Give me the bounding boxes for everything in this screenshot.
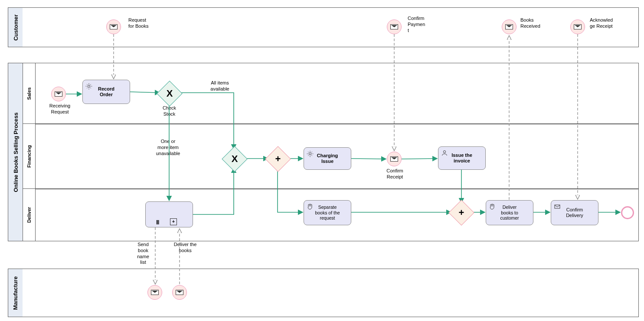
envelope-icon	[151, 290, 159, 295]
flow-label-unavailable: One ormore itemunavailable	[152, 139, 184, 156]
hand-icon	[489, 203, 496, 210]
lane-label: Sales	[26, 88, 32, 100]
svg-point-0	[443, 151, 445, 153]
event-label: Acknowledge Receipt	[590, 17, 620, 29]
start-event-receiving-request	[51, 87, 66, 101]
envelope-icon	[390, 156, 398, 162]
task-confirm-delivery[interactable]: ConfirmDelivery	[551, 200, 598, 225]
task-charging-issue[interactable]: ChargingIssue	[304, 147, 351, 170]
task-separate-books[interactable]: Separatebooks of therequest	[304, 200, 351, 225]
message-event-manufacture-send	[172, 285, 187, 300]
pool-header-process: Online Books Selling Process	[8, 63, 23, 241]
pool-body-manufacture	[23, 269, 639, 317]
task-label: RecordOrder	[97, 84, 115, 99]
message-event-books-received	[502, 19, 517, 34]
user-icon	[441, 149, 448, 156]
end-event	[621, 206, 634, 219]
event-label: ConfirmPayment	[408, 16, 432, 33]
pool-header-manufacture: Manufacture	[8, 269, 23, 317]
task-record-order[interactable]: RecordOrder	[82, 80, 130, 104]
task-issue-invoice[interactable]: Issue theinvoice	[438, 146, 486, 170]
annotation-deliver-books: Deliver thebooks	[170, 242, 200, 254]
task-label: Issue theinvoice	[451, 151, 473, 165]
envelope-icon	[55, 91, 62, 97]
pool-label: Manufacture	[13, 276, 19, 309]
task-label: ChargingIssue	[316, 151, 339, 166]
subprocess-marker-icon: +	[170, 218, 177, 225]
annotation-send-book-list: Sendbooknamelist	[134, 242, 152, 266]
message-event-confirm-payment	[387, 19, 402, 34]
task-label: Separatebooks of therequest	[314, 203, 340, 223]
parallel-marker-icon: |||	[156, 219, 159, 224]
pool-header-customer: Customer	[8, 7, 23, 47]
message-event-request-books	[106, 19, 121, 34]
envelope-icon	[574, 24, 582, 29]
svg-rect-1	[555, 205, 560, 208]
gateway-label: CheckStock	[157, 105, 181, 117]
lane-header-financing: Financing	[23, 123, 36, 189]
lane-header-deliver: Deliver	[23, 188, 36, 241]
task-subprocess-deliver[interactable]: ||| +	[145, 201, 193, 227]
envelope-icon	[390, 24, 398, 29]
lane-label: Financing	[26, 145, 32, 168]
envelope-icon	[110, 24, 118, 29]
intermediate-event-confirm-receipt	[387, 152, 402, 166]
lane-label: Deliver	[26, 207, 32, 223]
gear-icon	[307, 150, 314, 157]
hand-icon	[307, 203, 314, 210]
message-event-ack-receipt	[570, 19, 585, 34]
task-label: Deliverbooks tocustomer	[499, 203, 520, 223]
task-deliver-books[interactable]: Deliverbooks tocustomer	[486, 200, 533, 225]
gear-icon	[85, 83, 92, 90]
lane-header-sales: Sales	[23, 63, 36, 124]
event-label: Requestfor Books	[128, 17, 159, 29]
message-event-manufacture-receive	[147, 285, 162, 300]
envelope-icon	[176, 290, 183, 295]
event-label: BooksReceived	[520, 17, 546, 29]
pool-label: Online Books Selling Process	[13, 112, 19, 192]
pool-label: Customer	[13, 14, 19, 41]
envelope-icon	[505, 24, 513, 29]
envelope-icon	[554, 203, 561, 210]
event-label: ReceivingRequest	[45, 103, 75, 115]
task-label: ConfirmDelivery	[565, 205, 584, 220]
event-label: ConfirmReceipt	[383, 168, 407, 180]
flow-label-all-items: All itemsavailable	[205, 80, 235, 92]
